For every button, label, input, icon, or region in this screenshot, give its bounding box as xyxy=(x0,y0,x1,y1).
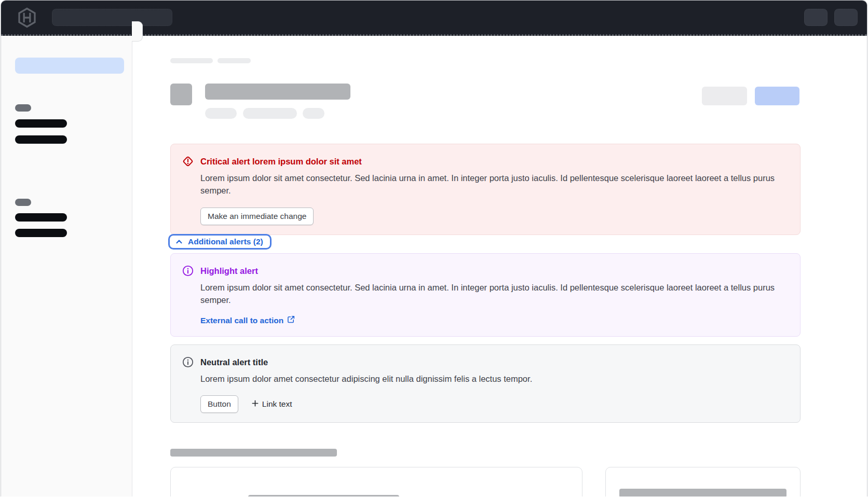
external-link-icon xyxy=(287,315,295,325)
navbar-button-skeleton-1[interactable] xyxy=(804,9,828,26)
critical-alert-banner: Critical alert lorem ipsum dolor sit ame… xyxy=(170,144,801,235)
breadcrumb-skeleton-2[interactable] xyxy=(218,58,251,63)
neutral-alert-button[interactable]: Button xyxy=(200,395,238,413)
section-title-skeleton xyxy=(170,449,337,457)
neutral-alert-title: Neutral alert title xyxy=(200,356,785,368)
highlight-alert-body: Lorem ipsum dolor sit amet consectetur. … xyxy=(200,281,785,306)
card-content-skeleton xyxy=(248,495,399,496)
make-immediate-change-button[interactable]: Make an immediate change xyxy=(200,208,314,225)
highlight-alert-title: Highlight alert xyxy=(200,265,785,277)
page-icon-skeleton xyxy=(170,84,192,105)
sidebar-item-skeleton[interactable] xyxy=(15,119,67,128)
neutral-alert-banner: Neutral alert title Lorem ipsum dolor am… xyxy=(170,344,801,423)
badge-skeleton-2 xyxy=(243,108,297,119)
search-input-skeleton[interactable] xyxy=(52,9,172,26)
badge-skeleton-1 xyxy=(205,108,237,119)
critical-alert-title: Critical alert lorem ipsum dolor sit ame… xyxy=(200,156,785,167)
info-circle-icon xyxy=(182,356,194,368)
content-card xyxy=(605,467,801,496)
neutral-link-label: Link text xyxy=(262,399,292,409)
page-title-skeleton xyxy=(205,84,350,100)
sidebar xyxy=(1,36,132,496)
sidebar-active-item-skeleton[interactable] xyxy=(15,58,124,74)
info-circle-icon xyxy=(182,265,194,277)
secondary-button-skeleton[interactable] xyxy=(702,87,747,105)
external-call-to-action-link[interactable]: External call to action xyxy=(200,315,295,325)
sidebar-item-skeleton[interactable] xyxy=(15,135,67,144)
sidebar-collapse-handle[interactable] xyxy=(132,21,143,42)
highlight-alert-banner: Highlight alert Lorem ipsum dolor sit am… xyxy=(170,253,801,337)
navbar-button-skeleton-2[interactable] xyxy=(834,9,858,26)
badge-skeleton-3 xyxy=(303,108,324,119)
chevron-up-icon xyxy=(175,238,183,246)
sidebar-item-skeleton[interactable] xyxy=(15,213,67,222)
neutral-alert-link[interactable]: Link text xyxy=(252,399,292,409)
neutral-alert-body: Lorem ipsum dolor amet consectetur adipi… xyxy=(200,372,785,385)
additional-alerts-label: Additional alerts (2) xyxy=(188,237,263,246)
primary-button-skeleton[interactable] xyxy=(755,87,799,105)
sidebar-section-heading-skeleton xyxy=(15,104,31,112)
plus-icon xyxy=(252,399,259,409)
app-window: Critical alert lorem ipsum dolor sit ame… xyxy=(1,0,867,496)
main-content: Critical alert lorem ipsum dolor sit ame… xyxy=(133,36,867,496)
content-card xyxy=(170,467,582,496)
breadcrumb-skeleton-1[interactable] xyxy=(170,58,213,63)
additional-alerts-toggle[interactable]: Additional alerts (2) xyxy=(168,234,272,250)
alert-diamond-icon xyxy=(182,155,194,168)
external-link-label: External call to action xyxy=(200,316,283,325)
top-navbar xyxy=(1,1,867,36)
hashicorp-logo-icon xyxy=(17,7,37,28)
card-content-skeleton xyxy=(619,489,786,496)
sidebar-item-skeleton[interactable] xyxy=(15,229,67,237)
sidebar-section-heading-skeleton xyxy=(15,199,31,206)
critical-alert-body: Lorem ipsum dolor sit amet consectetur. … xyxy=(200,172,785,197)
